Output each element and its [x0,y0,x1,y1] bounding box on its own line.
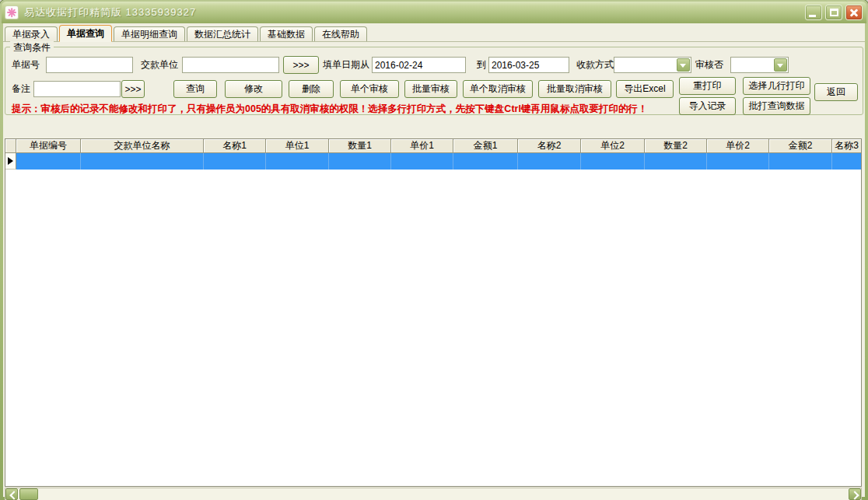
audited-select[interactable] [730,57,789,73]
single-unaudit-button[interactable]: 单个取消审核 [463,80,533,98]
tab-bar: 单据录入 单据查询 单据明细查询 数据汇总统计 基础数据 在线帮助 [3,25,865,42]
date-from-input[interactable] [372,57,466,73]
column-header[interactable]: 金额1 [453,139,518,153]
cell[interactable] [81,153,204,170]
tab-receipt-entry[interactable]: 单据录入 [5,26,58,41]
records-grid[interactable]: 单据编号 交款单位名称 名称1 单位1 数量1 单价1 金额1 名称2 单位2 … [5,138,862,487]
date-to-input[interactable] [488,57,569,73]
scroll-right-button[interactable] [849,488,861,500]
column-header[interactable]: 单位2 [581,139,645,153]
tab-base-data[interactable]: 基础数据 [260,26,313,41]
cell[interactable] [391,153,453,170]
reprint-button[interactable]: 重打印 [679,77,736,95]
scrollbar-thumb[interactable] [19,488,38,500]
cell[interactable] [204,153,266,170]
batch-audit-button[interactable]: 批量审核 [404,80,457,98]
cell[interactable] [329,153,391,170]
table-row-selected[interactable] [5,153,861,170]
return-button[interactable]: 返回 [814,83,858,101]
chevron-down-icon[interactable] [774,58,787,72]
column-header[interactable]: 数量1 [329,139,391,153]
modify-button[interactable]: 修改 [225,80,282,98]
column-header[interactable]: 单据编号 [16,139,81,153]
column-header[interactable]: 单价1 [391,139,453,153]
window-title: 易达收据打印精简版 13335939327 [24,5,196,19]
row-selector-cell[interactable] [5,153,16,170]
row-selector-header [5,139,16,153]
cell[interactable] [707,153,769,170]
batch-print-query-button[interactable]: 批打查询数据 [743,97,810,115]
delete-button[interactable]: 删除 [289,80,334,98]
column-header[interactable]: 数量2 [645,139,707,153]
receipt-no-input[interactable] [46,57,133,73]
column-header[interactable]: 交款单位名称 [81,139,204,153]
column-header[interactable]: 单价2 [707,139,769,153]
cell[interactable] [266,153,329,170]
query-page: 查询条件 单据号 交款单位 >>> 填单日期从 到 收款方式 审核否 [3,43,865,497]
maximize-icon [830,9,838,16]
column-header[interactable]: 名称2 [518,139,581,153]
date-to-label: 到 [477,57,486,72]
remark-lookup-button[interactable]: >>> [121,80,145,98]
remark-label: 备注 [12,81,30,96]
horizontal-scrollbar[interactable] [5,488,862,500]
cell[interactable] [832,153,861,170]
tab-data-summary[interactable]: 数据汇总统计 [187,26,258,41]
column-header[interactable]: 单位1 [266,139,329,153]
column-header[interactable]: 名称1 [204,139,266,153]
payment-method-select[interactable] [614,57,691,73]
client-area: 单据录入 单据查询 单据明细查询 数据汇总统计 基础数据 在线帮助 查询条件 单… [3,23,865,497]
select-rows-print-button[interactable]: 选择几行打印 [743,77,810,95]
column-header[interactable]: 名称3 [832,139,861,153]
app-window: 易达收据打印精简版 13335939327 单据录入 单据查询 单据明细查询 数… [0,0,868,500]
payment-method-label: 收款方式 [576,57,614,72]
query-conditions-groupbox: 查询条件 单据号 交款单位 >>> 填单日期从 到 收款方式 审核否 [5,47,863,115]
chevron-down-icon[interactable] [677,58,690,72]
audit-hint-text: 提示：审核后的记录不能修改和打印了，只有操作员为005的具有取消审核的权限！选择… [12,103,647,116]
window-controls [805,5,863,20]
cell[interactable] [453,153,518,170]
cell[interactable] [581,153,645,170]
maximize-button[interactable] [825,5,842,20]
titlebar: 易达收据打印精简版 13335939327 [2,2,866,23]
export-excel-button[interactable]: 导出Excel [616,80,674,98]
close-button[interactable] [845,5,863,20]
single-audit-button[interactable]: 单个审核 [340,80,399,98]
minimize-icon [809,15,816,17]
query-button[interactable]: 查询 [173,80,217,98]
grid-header: 单据编号 交款单位名称 名称1 单位1 数量1 单价1 金额1 名称2 单位2 … [5,139,861,153]
payer-unit-input[interactable] [182,57,279,73]
import-records-button[interactable]: 导入记录 [679,97,736,115]
cell[interactable] [645,153,707,170]
batch-unaudit-button[interactable]: 批量取消审核 [538,80,611,98]
tab-receipt-query[interactable]: 单据查询 [59,25,112,42]
cell[interactable] [518,153,581,170]
column-header[interactable]: 金额2 [769,139,832,153]
pink-flower-icon [5,6,18,19]
remark-input[interactable] [33,81,121,97]
cell[interactable] [769,153,832,170]
right-triangle-icon [8,157,13,165]
receipt-no-label: 单据号 [12,57,40,72]
scroll-left-button[interactable] [5,488,18,500]
date-from-label: 填单日期从 [323,57,369,72]
payer-unit-label: 交款单位 [141,57,178,72]
cell[interactable] [16,153,81,170]
tab-online-help[interactable]: 在线帮助 [314,26,367,41]
audited-label: 审核否 [695,57,723,72]
minimize-button[interactable] [805,5,822,20]
groupbox-title: 查询条件 [10,41,54,54]
tab-receipt-detail-query[interactable]: 单据明细查询 [114,26,185,41]
payer-lookup-button[interactable]: >>> [283,56,319,74]
